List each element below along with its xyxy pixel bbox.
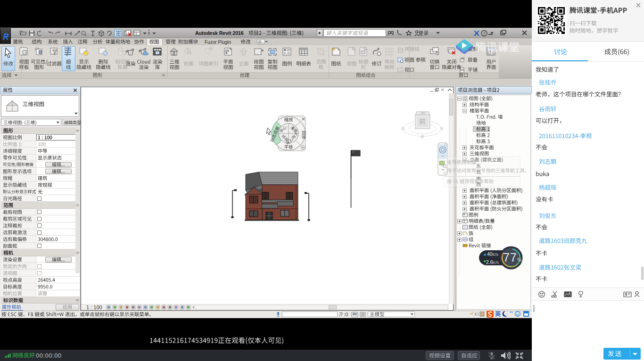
svg-text:?: ? <box>483 31 485 36</box>
